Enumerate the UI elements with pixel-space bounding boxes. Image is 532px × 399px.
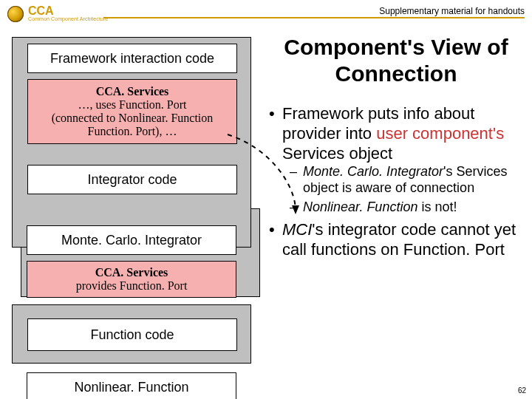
- bullet-2a: MCI: [282, 220, 312, 239]
- sub-bullet-list: Monte. Carlo. Integrator's Services obje…: [282, 163, 525, 215]
- services2-l2: provides Function. Port: [76, 279, 188, 293]
- header-rule: [103, 17, 525, 18]
- services1-l4: Function. Port), …: [52, 125, 214, 138]
- sub-bullet-2: Nonlinear. Function is not!: [282, 199, 525, 215]
- header: CCA Common Component Architecture Supple…: [7, 6, 525, 22]
- nonlinear-box: Nonlinear. Function: [27, 372, 236, 399]
- services-user-box: CCA. Services …, uses Function. Port (co…: [27, 79, 237, 144]
- bullet-1b: Services object: [282, 144, 392, 163]
- bullet-1-user: user component's: [376, 124, 504, 143]
- function-outer-box: Function code: [12, 304, 251, 364]
- services1-l3: (connected to Nonlinear. Function: [52, 112, 214, 125]
- mci-box: Monte. Carlo. Integrator: [27, 225, 236, 255]
- diagram: Framework interaction code CCA. Services…: [12, 37, 256, 392]
- brand-text: CCA: [28, 6, 108, 16]
- bullet-2b: 's integrator code cannot yet call funct…: [282, 220, 516, 259]
- logo-icon: [7, 6, 24, 22]
- services1-l2: …, uses Function. Port: [52, 98, 214, 112]
- sub2-b: is not!: [417, 200, 457, 214]
- sub-bullet-1: Monte. Carlo. Integrator's Services obje…: [282, 163, 525, 196]
- bullet-1: Framework puts info about provider into …: [267, 103, 525, 215]
- brand-sub: Common Component Architecture: [28, 16, 108, 22]
- slide-title: Component's View of Connection: [267, 34, 525, 87]
- services-provider-box: CCA. Services provides Function. Port: [27, 261, 236, 298]
- supplementary-label: Supplementary material for handouts: [379, 6, 525, 16]
- integrator-box: Integrator code: [27, 165, 237, 194]
- page-number: 62: [518, 386, 526, 395]
- right-column: Component's View of Connection Framework…: [267, 34, 525, 264]
- framework-box: Framework interaction code: [27, 44, 237, 73]
- services2-title: CCA. Services: [76, 266, 188, 279]
- sub1-a: Monte. Carlo. Integrator: [303, 164, 443, 179]
- function-box: Function code: [27, 318, 237, 351]
- brand: CCA Common Component Architecture: [28, 6, 108, 22]
- bullet-list: Framework puts info about provider into …: [267, 103, 525, 259]
- bullet-2: MCI's integrator code cannot yet call fu…: [267, 219, 525, 259]
- services1-title: CCA. Services: [52, 85, 214, 98]
- sub2-a: Nonlinear. Function: [303, 200, 417, 214]
- outer-stack-box: Framework interaction code CCA. Services…: [12, 37, 251, 248]
- slide: CCA Common Component Architecture Supple…: [0, 0, 532, 399]
